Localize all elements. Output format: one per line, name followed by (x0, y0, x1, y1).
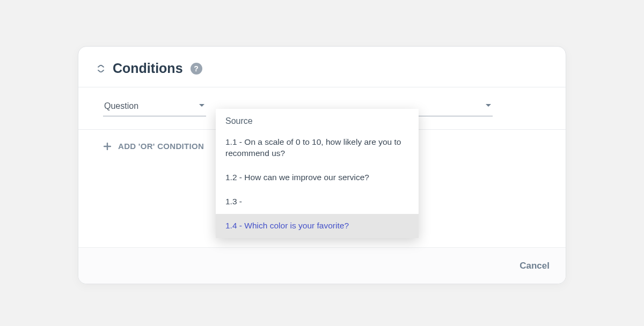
collapse-icon[interactable] (97, 65, 105, 72)
question-select-value: Question (104, 101, 138, 110)
dropdown-group-label: Source (216, 111, 419, 130)
conditions-panel: Conditions ? Question Source 1.1 - On a … (78, 46, 566, 284)
condition-row: Question Source 1.1 - On a scale of 0 to… (78, 87, 566, 130)
plus-icon (103, 142, 112, 151)
source-dropdown: Source 1.1 - On a scale of 0 to 10, how … (216, 109, 419, 238)
panel-title: Conditions (113, 61, 183, 76)
help-icon[interactable]: ? (191, 63, 202, 75)
dropdown-option[interactable]: 1.3 - (216, 190, 419, 214)
caret-down-icon (485, 103, 492, 108)
panel-header: Conditions ? (78, 47, 566, 87)
dropdown-option[interactable]: 1.2 - How can we improve our service? (216, 166, 419, 190)
caret-down-icon (199, 103, 205, 108)
dropdown-option[interactable]: 1.4 - Which color is your favorite? (216, 214, 419, 238)
dropdown-option[interactable]: 1.1 - On a scale of 0 to 10, how likely … (216, 130, 419, 166)
add-or-label: ADD 'OR' CONDITION (118, 142, 204, 151)
cancel-button[interactable]: Cancel (519, 261, 550, 271)
panel-footer: Cancel (78, 247, 566, 284)
question-select[interactable]: Question (103, 99, 206, 116)
